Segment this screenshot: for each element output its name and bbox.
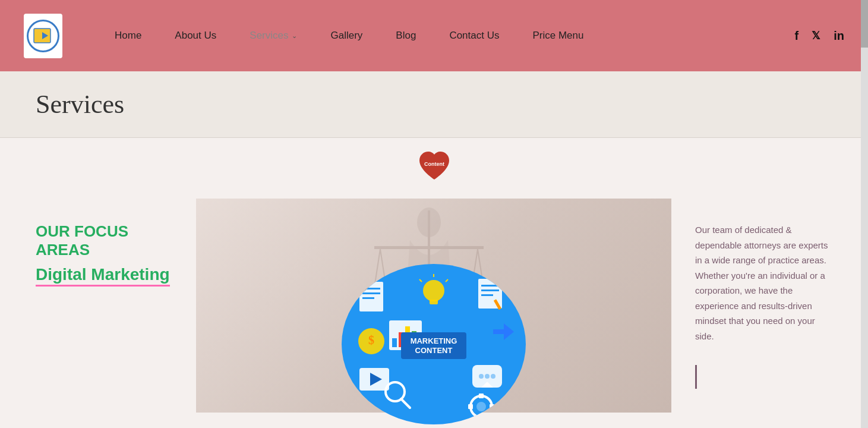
heart-badge[interactable]: Content: [417, 150, 452, 181]
social-icons: f 𝕏 in: [795, 29, 844, 43]
content-section: OUR FOCUS AREAS Digital Marketing: [0, 199, 868, 413]
svg-marker-52: [504, 323, 514, 340]
center-image-area: $ MARKETING CONTENT: [196, 199, 671, 413]
nav-blog[interactable]: Blog: [379, 30, 433, 42]
svg-point-40: [485, 374, 490, 379]
chevron-down-icon: ⌄: [292, 32, 297, 40]
svg-point-16: [423, 280, 444, 301]
svg-point-39: [479, 374, 484, 379]
site-header: Home About Us Services ⌄ Gallery Blog Co…: [0, 0, 868, 71]
main-content: Content OUR FOCUS AREAS Digital Marketin…: [0, 138, 868, 428]
twitter-icon[interactable]: 𝕏: [812, 29, 820, 42]
svg-rect-15: [362, 297, 374, 299]
page-title-bar: Services: [0, 71, 868, 138]
page-title: Services: [36, 89, 832, 119]
right-description: Our team of dedicated & dependable attor…: [671, 199, 868, 413]
svg-rect-17: [430, 300, 438, 304]
heart-badge-container: Content: [0, 138, 868, 181]
svg-text:Content: Content: [424, 161, 444, 167]
svg-line-20: [419, 279, 422, 282]
svg-text:$: $: [368, 333, 374, 347]
main-nav: Home About Us Services ⌄ Gallery Blog Co…: [98, 30, 795, 42]
svg-rect-29: [392, 338, 397, 347]
description-paragraph: Our team of dedicated & dependable attor…: [695, 222, 832, 344]
logo-area[interactable]: [24, 14, 62, 58]
svg-rect-4: [374, 246, 484, 249]
nav-about[interactable]: About Us: [158, 30, 233, 42]
svg-rect-51: [493, 329, 505, 334]
focus-title: OUR FOCUS AREAS: [36, 222, 172, 259]
nav-price[interactable]: Price Menu: [516, 30, 600, 42]
scrollbar-thumb[interactable]: [861, 0, 868, 48]
svg-point-46: [476, 402, 486, 411]
svg-line-44: [401, 399, 410, 408]
marketing-circle: $ MARKETING CONTENT: [342, 264, 526, 424]
nav-contact[interactable]: Contact Us: [433, 30, 516, 42]
facebook-icon[interactable]: f: [795, 29, 799, 43]
svg-rect-24: [481, 294, 493, 296]
svg-rect-23: [481, 289, 499, 291]
svg-point-41: [491, 374, 495, 379]
linkedin-icon[interactable]: in: [834, 29, 844, 43]
nav-services[interactable]: Services ⌄: [233, 30, 314, 42]
svg-point-11: [417, 207, 441, 237]
focus-subtitle: Digital Marketing: [36, 265, 170, 284]
logo: [24, 14, 62, 58]
svg-rect-49: [468, 404, 473, 409]
svg-line-19: [446, 279, 448, 282]
nav-gallery[interactable]: Gallery: [314, 30, 379, 42]
focus-areas: OUR FOCUS AREAS Digital Marketing: [0, 199, 196, 308]
scrollbar[interactable]: [861, 0, 868, 428]
svg-rect-47: [479, 394, 484, 398]
svg-rect-14: [362, 292, 380, 294]
svg-rect-48: [479, 415, 484, 420]
svg-rect-22: [481, 285, 499, 287]
svg-text:CONTENT: CONTENT: [415, 346, 453, 355]
text-cursor: [695, 365, 697, 389]
nav-home[interactable]: Home: [98, 30, 158, 42]
svg-text:MARKETING: MARKETING: [411, 336, 457, 345]
